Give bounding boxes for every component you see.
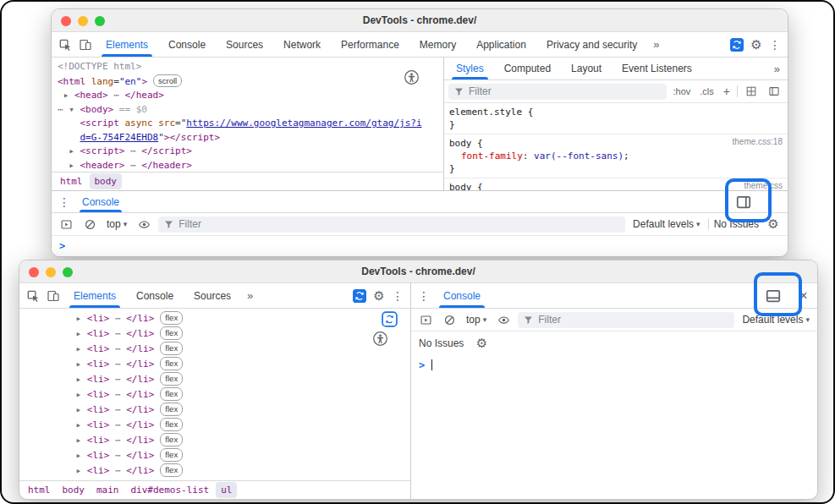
console-settings-gear-icon[interactable]: ⚙ xyxy=(472,336,491,351)
breadcrumb-body[interactable]: body xyxy=(90,173,123,189)
close-traffic-light[interactable] xyxy=(29,267,39,277)
flex-badge[interactable]: flex xyxy=(160,372,183,386)
breadcrumb-html[interactable]: html xyxy=(55,173,88,189)
css-declaration[interactable]: font-family: var(--font-sans); xyxy=(449,150,783,162)
minimize-traffic-light[interactable] xyxy=(78,16,88,26)
tab-memory[interactable]: Memory xyxy=(409,32,466,57)
tab-styles[interactable]: Styles xyxy=(446,58,494,79)
toggle-drawer-button[interactable] xyxy=(733,191,754,212)
styles-filter-input[interactable]: Filter xyxy=(448,84,667,100)
zoom-traffic-light[interactable] xyxy=(95,16,105,26)
tab-network[interactable]: Network xyxy=(273,32,331,57)
javascript-context-select[interactable]: top ▾ xyxy=(464,314,489,326)
new-style-rule-button[interactable]: + xyxy=(721,85,733,98)
flex-badge[interactable]: flex xyxy=(160,357,183,370)
tab-console-drawer[interactable]: Console xyxy=(74,191,128,212)
console-filter-input[interactable]: Filter xyxy=(518,312,734,328)
settings-gear-icon[interactable]: ⚙ xyxy=(370,283,388,308)
breadcrumb-main[interactable]: main xyxy=(91,482,124,498)
pseudo-state-button[interactable]: :hov xyxy=(671,86,694,96)
close-traffic-light[interactable] xyxy=(61,16,71,26)
dom-tree-row[interactable]: ▸ <header> ⋯ </header> xyxy=(58,159,443,173)
flex-badge[interactable]: flex xyxy=(160,448,183,462)
console-filter-input[interactable]: Filter xyxy=(158,216,625,233)
device-toolbar-button[interactable] xyxy=(43,283,63,308)
minimize-traffic-light[interactable] xyxy=(46,267,56,277)
more-tabs-icon[interactable]: » xyxy=(768,58,786,79)
css-property-value[interactable]: var(--font-sans) xyxy=(534,151,624,162)
drawer-kebab-menu-icon[interactable]: ⋮ xyxy=(415,283,433,308)
scroll-badge[interactable]: scroll xyxy=(153,74,182,88)
css-selector[interactable]: body xyxy=(449,138,472,149)
tab-layout[interactable]: Layout xyxy=(561,58,612,79)
dom-tree-row[interactable]: ▸ <li> ⋯ </li>flex xyxy=(25,448,410,463)
kebab-menu-icon[interactable]: ⋮ xyxy=(766,32,784,57)
close-pane-icon[interactable]: × xyxy=(795,283,812,308)
more-tabs-icon[interactable]: » xyxy=(241,283,259,308)
extension-button[interactable] xyxy=(727,32,747,57)
tab-computed[interactable]: Computed xyxy=(494,58,561,79)
console-prompt[interactable]: > xyxy=(411,355,817,379)
flex-badge[interactable]: flex xyxy=(160,387,183,401)
grid-editor-button[interactable] xyxy=(742,85,761,97)
dom-tree-row[interactable]: <!DOCTYPE html> xyxy=(58,60,443,74)
dom-tree-row[interactable]: ▸ <li> ⋯ </li>flex xyxy=(25,357,410,372)
dom-tree-row[interactable]: ▸ <li> ⋯ </li>flex xyxy=(25,463,410,479)
javascript-context-select[interactable]: top ▾ xyxy=(104,218,129,230)
tab-sources[interactable]: Sources xyxy=(184,283,241,308)
more-tabs-icon[interactable]: » xyxy=(647,32,665,57)
dom-tree-row[interactable]: ▸ <li> ⋯ </li>flex xyxy=(25,326,410,342)
console-prompt[interactable]: > xyxy=(52,236,788,256)
console-settings-gear-icon[interactable]: ⚙ xyxy=(764,216,783,232)
stylesheet-source-link[interactable]: theme.css:18 xyxy=(733,137,783,146)
clear-console-button[interactable] xyxy=(80,218,99,231)
device-toolbar-button[interactable] xyxy=(75,32,96,57)
dom-tree-row[interactable]: ▸ <script> ⋯ </script> xyxy=(58,145,443,159)
dock-to-bottom-button[interactable] xyxy=(763,283,783,308)
log-levels-select[interactable]: Default levels ▾ xyxy=(630,218,703,230)
dom-tree-row[interactable]: d=G-754F24EHD8"></script> xyxy=(58,131,443,145)
flex-badge[interactable]: flex xyxy=(160,403,183,416)
accessibility-overlay-button[interactable] xyxy=(404,69,420,85)
breadcrumb-div-demos-list[interactable]: div#demos-list xyxy=(126,482,215,498)
extension-button[interactable] xyxy=(349,283,370,308)
tab-event-listeners[interactable]: Event Listeners xyxy=(612,58,702,79)
reload-overlay-button[interactable] xyxy=(382,311,398,327)
console-sidebar-button[interactable] xyxy=(57,218,75,231)
tab-elements[interactable]: Elements xyxy=(63,283,126,308)
dom-tree-row[interactable]: ▸ <li> ⋯ </li>flex xyxy=(25,403,410,418)
console-sidebar-button[interactable] xyxy=(416,314,435,326)
dom-tree-row[interactable]: ▸ <li> ⋯ </li>flex xyxy=(25,387,410,403)
log-levels-select[interactable]: Default levels ▾ xyxy=(739,314,812,326)
css-selector[interactable]: body xyxy=(449,182,472,190)
titlebar[interactable]: DevTools - chrome.dev/ xyxy=(52,9,788,32)
flex-badge[interactable]: flex xyxy=(160,418,183,431)
css-selector[interactable]: element.style xyxy=(449,107,522,118)
issues-counter[interactable]: No Issues xyxy=(419,337,464,349)
dom-tree-row[interactable]: ▸ <li> ⋯ </li>flex xyxy=(25,311,410,326)
clear-console-button[interactable] xyxy=(440,314,459,326)
dom-tree-row[interactable]: ▸ <li> ⋯ </li>flex xyxy=(25,418,410,433)
tab-application[interactable]: Application xyxy=(466,32,536,57)
live-expression-button[interactable] xyxy=(135,218,153,231)
inspect-element-button[interactable] xyxy=(55,32,75,57)
issues-counter[interactable]: No Issues xyxy=(714,218,759,230)
drawer-kebab-menu-icon[interactable]: ⋮ xyxy=(55,191,74,212)
dom-tree-row[interactable]: ▸ <head> ⋯ </head> xyxy=(58,89,443,103)
accessibility-overlay-button[interactable] xyxy=(372,331,388,347)
tab-elements[interactable]: Elements xyxy=(96,32,158,57)
dom-tree[interactable]: ▸ <li> ⋯ </li>flex ▸ <li> ⋯ </li>flex ▸ … xyxy=(19,309,410,480)
tab-console[interactable]: Console xyxy=(158,32,216,57)
zoom-traffic-light[interactable] xyxy=(63,267,73,277)
dom-tree-row[interactable]: ⋯ ▾ <body> == $0 xyxy=(58,103,443,118)
flex-badge[interactable]: flex xyxy=(160,311,183,325)
dom-tree[interactable]: <!DOCTYPE html><html lang="en">scroll ▸ … xyxy=(52,58,443,172)
element-class-button[interactable]: .cls xyxy=(697,86,717,96)
css-property-name[interactable]: font-family xyxy=(461,151,523,162)
dom-tree-row[interactable]: ▸ <li> ⋯ </li>flex xyxy=(25,342,410,357)
style-rule[interactable]: theme.cssbody {} xyxy=(444,178,788,190)
breadcrumb-ul[interactable]: ul xyxy=(216,482,237,498)
titlebar[interactable]: DevTools - chrome.dev/ xyxy=(19,260,817,283)
dom-tree-row[interactable]: <html lang="en">scroll xyxy=(58,74,443,90)
flex-badge[interactable]: flex xyxy=(160,463,183,477)
